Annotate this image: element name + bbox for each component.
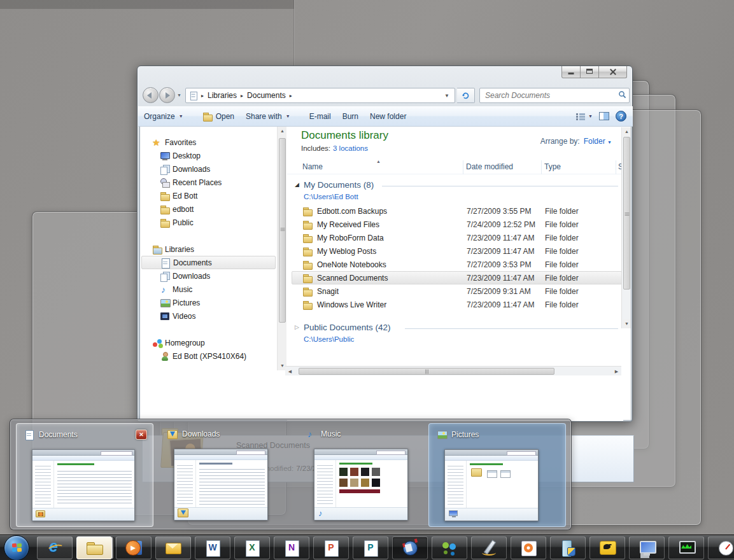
address-dropdown[interactable]: ▼ xyxy=(442,93,452,99)
collapse-group-icon[interactable]: ◢ xyxy=(295,181,299,188)
group-rule xyxy=(405,328,618,329)
taskbar-button-pen-tablet-app[interactable] xyxy=(471,536,507,559)
column-separator[interactable] xyxy=(616,160,616,174)
sidebar-item-recent-places[interactable]: Recent Places xyxy=(140,176,277,189)
taskbar-button-photo-gallery[interactable] xyxy=(511,536,546,559)
taskbar-button-server-manager[interactable] xyxy=(550,536,586,559)
scrollbar-grip xyxy=(425,369,426,374)
taskbar-button-windows-explorer[interactable] xyxy=(76,536,112,559)
nav-section-favorites[interactable]: Favorites xyxy=(140,136,277,149)
back-button[interactable] xyxy=(143,87,159,103)
minimize-button[interactable] xyxy=(561,66,581,78)
close-button[interactable] xyxy=(599,66,627,78)
file-row-snagit[interactable]: Snagit7/25/2009 9:31 AMFile folder xyxy=(292,284,622,298)
open-button[interactable]: Open xyxy=(197,109,240,124)
help-button[interactable]: ? xyxy=(616,111,626,122)
search-icon[interactable] xyxy=(615,90,629,101)
taskbar-button-twitter-client[interactable] xyxy=(589,536,625,559)
column-type[interactable]: Type xyxy=(544,162,561,171)
taskbar-button-windows-media-player[interactable] xyxy=(116,536,152,559)
sidebar-item-desktop[interactable]: Desktop xyxy=(140,149,277,162)
burn-button[interactable]: Burn xyxy=(337,109,364,124)
scroll-down-arrow[interactable]: ▼ xyxy=(623,319,631,328)
sidebar-item-ed-bott[interactable]: Ed Bott xyxy=(140,189,277,202)
refresh-button[interactable] xyxy=(457,88,475,103)
sidebar-item-videos[interactable]: Videos xyxy=(140,309,277,323)
organize-button[interactable]: Organize▼ xyxy=(138,109,189,124)
preview-cell-downloads[interactable]: Downloads xyxy=(160,423,297,527)
breadcrumb-libraries[interactable]: Libraries xyxy=(206,91,238,100)
taskbar-button-onenote[interactable] xyxy=(274,536,309,559)
preview-thumbnail-documents[interactable] xyxy=(32,449,135,521)
scroll-up-arrow[interactable]: ▲ xyxy=(623,127,631,136)
file-row-windows-live-writer[interactable]: Windows Live Writer7/23/2009 11:47 AMFil… xyxy=(292,298,622,311)
scrollbar-thumb[interactable] xyxy=(623,137,630,290)
scroll-up-arrow[interactable]: ▲ xyxy=(278,127,286,136)
preview-close-button[interactable]: ✕ xyxy=(136,430,147,440)
file-name: OneNote Notebooks xyxy=(317,260,386,269)
search-input[interactable] xyxy=(480,91,615,100)
taskbar-button-resource-monitor[interactable] xyxy=(668,536,704,559)
sidebar-item-public[interactable]: Public xyxy=(140,216,277,229)
new-folder-button[interactable]: New folder xyxy=(364,109,412,124)
file-row-my-weblog-posts[interactable]: My Weblog Posts7/23/2009 11:47 AMFile fo… xyxy=(292,244,622,258)
taskbar-button-word[interactable] xyxy=(195,536,230,559)
locations-link[interactable]: 3 locations xyxy=(333,144,368,152)
nav-scrollbar[interactable]: ▲ ▼ xyxy=(277,127,286,370)
sidebar-item-documents[interactable]: Documents xyxy=(141,256,276,269)
file-row-my-roboform-data[interactable]: My RoboForm Data7/23/2009 11:47 AMFile f… xyxy=(292,231,622,244)
taskbar-button-globe-app[interactable] xyxy=(392,536,428,559)
preview-label: Documents xyxy=(39,430,78,439)
forward-button[interactable] xyxy=(159,87,175,103)
maximize-button[interactable] xyxy=(581,66,599,78)
file-row-edbott-com-backups[interactable]: Edbott.com Backups7/27/2009 3:55 PMFile … xyxy=(292,204,622,218)
taskbar-button-remote-desktop[interactable] xyxy=(629,536,665,559)
nav-section-libraries[interactable]: Libraries xyxy=(140,242,277,256)
arrange-by[interactable]: Arrange by:Folder ▼ xyxy=(540,137,612,146)
change-view-button[interactable]: ▼ xyxy=(576,113,593,120)
sidebar-item-downloads[interactable]: Downloads xyxy=(140,269,277,283)
taskbar-button-internet-explorer[interactable] xyxy=(37,536,73,559)
column-date-modified[interactable]: Date modified xyxy=(466,162,513,171)
column-separator[interactable] xyxy=(463,160,463,174)
preview-header: Downloads xyxy=(167,429,220,439)
scroll-left-arrow[interactable]: ◀ xyxy=(286,367,294,375)
sidebar-item-music[interactable]: Music xyxy=(140,283,277,296)
breadcrumb-documents[interactable]: Documents xyxy=(246,91,287,100)
file-row-scanned-documents[interactable]: Scanned Documents7/23/2009 11:47 AMFile … xyxy=(292,271,622,284)
list-scrollbar-vertical[interactable]: ▲ ▼ xyxy=(621,127,631,328)
email-button[interactable]: E-mail xyxy=(304,109,337,124)
preview-cell-documents[interactable]: Documents✕ xyxy=(16,423,153,527)
taskbar-button-publisher[interactable] xyxy=(353,536,388,559)
sidebar-item-ed-bott-xps410x64[interactable]: Ed Bott (XPS410X64) xyxy=(140,349,277,363)
preview-cell-music[interactable]: Music♪ xyxy=(299,423,436,527)
start-button[interactable] xyxy=(4,535,29,560)
preview-thumbnail-downloads[interactable] xyxy=(174,449,268,521)
taskbar-button-messenger[interactable] xyxy=(432,536,467,559)
expand-group-icon[interactable]: ▷ xyxy=(295,324,299,330)
sidebar-item-pictures[interactable]: Pictures xyxy=(140,296,277,309)
sidebar-item-downloads[interactable]: Downloads xyxy=(140,162,277,176)
scrollbar-thumb[interactable] xyxy=(299,368,554,375)
preview-thumbnail-music[interactable]: ♪ xyxy=(314,449,408,521)
taskbar-button-outlook[interactable] xyxy=(155,536,191,559)
nav-section-homegroup[interactable]: Homegroup xyxy=(140,336,277,349)
column-name[interactable]: Name xyxy=(302,162,323,171)
sidebar-item-edbott[interactable]: edbott xyxy=(140,202,277,216)
share-with-button[interactable]: Share with▼ xyxy=(240,109,296,124)
list-scrollbar-horizontal[interactable]: ◀ ▶ xyxy=(285,366,621,375)
preview-pane-button[interactable] xyxy=(599,112,609,120)
file-row-onenote-notebooks[interactable]: OneNote Notebooks7/27/2009 3:53 PMFile f… xyxy=(292,258,622,271)
history-dropdown[interactable]: ▼ xyxy=(177,93,181,97)
preview-thumbnail-pictures[interactable] xyxy=(444,449,539,521)
scroll-right-arrow[interactable]: ▶ xyxy=(612,367,621,375)
file-row-my-received-files[interactable]: My Received Files7/24/2009 12:52 PMFile … xyxy=(292,218,622,231)
star-icon xyxy=(152,137,162,148)
taskbar-button-powerpoint[interactable] xyxy=(313,536,349,559)
taskbar-button-excel[interactable] xyxy=(234,536,270,559)
column-separator[interactable] xyxy=(541,160,542,174)
taskbar-button-performance-gauge[interactable] xyxy=(708,536,734,559)
breadcrumb[interactable]: ▸ Libraries ▸ Documents ▸ ▼ xyxy=(185,88,455,103)
preview-cell-pictures[interactable]: Pictures xyxy=(428,423,566,527)
scrollbar-thumb[interactable] xyxy=(279,138,286,323)
